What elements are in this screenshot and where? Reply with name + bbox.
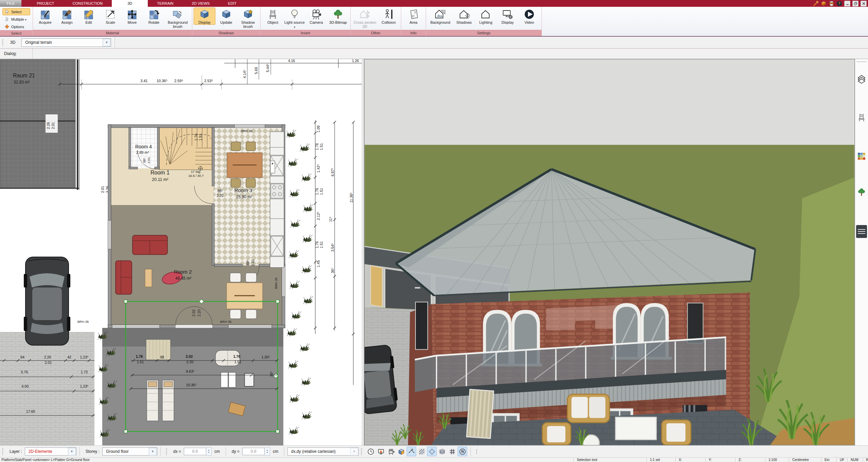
render-3d-view[interactable] (364, 59, 855, 445)
chevron-down-icon[interactable]: ▼ (149, 448, 157, 456)
toolbar-grip[interactable] (2, 39, 3, 46)
scale-button[interactable]: Scale (100, 7, 121, 25)
grid-button[interactable] (447, 447, 457, 456)
storey-select[interactable]: Ground floor ▼ (102, 447, 157, 456)
print-icon[interactable] (829, 1, 834, 6)
ribbon-group-shadows: Display Update Shadow brush Shadows (192, 7, 261, 36)
video-button[interactable]: Video (518, 7, 540, 25)
shadows-settings-button[interactable]: Shadows (453, 7, 475, 25)
toolbar-grip[interactable] (166, 448, 167, 455)
background-settings-button[interactable]: Background (427, 7, 453, 25)
floor-plan-view[interactable]: Raum 21 32.83 m² 2.26 2.01 2.01 2.26 (0, 59, 362, 445)
ribbon-group-material: Acquire Assign Edit Scale Move Rotate Ba… (33, 7, 192, 36)
coordinate-mode-select[interactable]: dx,dy (relative cartesian) ▼ (287, 447, 359, 456)
storeys-button[interactable] (437, 447, 447, 456)
objects-3d-button[interactable] (396, 447, 406, 456)
tab-edit[interactable]: EDIT (219, 0, 246, 7)
stairs[interactable] (159, 128, 212, 170)
north-arrow-button[interactable] (458, 447, 467, 456)
shadow-brush-button[interactable]: Shadow brush (237, 7, 259, 29)
panel-grip[interactable] (856, 61, 867, 62)
status-unit[interactable]: Centimetre (789, 458, 821, 462)
3d-bitmap-button[interactable]: 3D-Bitmap (327, 7, 349, 25)
panel-splitter-handle[interactable] (856, 225, 867, 238)
roof-view-button[interactable] (407, 447, 416, 456)
button-label: Cross section 3D (352, 20, 377, 29)
chevron-down-icon[interactable]: ▼ (68, 448, 76, 456)
chevron-down-icon[interactable]: ▼ (350, 448, 358, 456)
dy-spinner[interactable]: ▲▼ (265, 447, 270, 456)
car-plan[interactable] (24, 257, 70, 345)
tab-project[interactable]: PROJECT (28, 0, 63, 7)
toolbar-grip[interactable] (361, 448, 362, 455)
layer-select[interactable]: 2D-Elemente ▼ (25, 447, 76, 456)
svg-text:5.76: 5.76 (21, 370, 28, 374)
area-button[interactable]: Area (403, 7, 424, 25)
monitor-gear-icon (502, 8, 513, 20)
assign-icon (61, 8, 73, 20)
svg-text:17.60: 17.60 (26, 409, 35, 413)
slab-display-button[interactable] (427, 447, 437, 456)
raum21-terrace[interactable] (0, 59, 79, 190)
svg-text:20.11 m²: 20.11 m² (152, 177, 168, 182)
refresh-view-button[interactable] (376, 447, 386, 456)
status-uf[interactable]: UF (836, 458, 847, 462)
status-scale[interactable]: 1:100 (765, 458, 789, 462)
toolbar-grip[interactable] (2, 448, 3, 455)
background-brush-button[interactable]: Background brush (165, 7, 191, 29)
tools-icon[interactable] (813, 1, 819, 6)
help-icon[interactable] (836, 1, 842, 6)
object-button[interactable]: Object (262, 7, 284, 25)
furniture-catalog-icon[interactable] (857, 113, 866, 122)
collision-button[interactable]: Collision (378, 7, 400, 25)
group-caption: Material (33, 30, 192, 36)
display-settings-button[interactable]: Display (497, 7, 518, 25)
package-icon[interactable] (821, 1, 827, 6)
lighting-settings-button[interactable]: Lighting (475, 7, 497, 25)
close-icon[interactable] (861, 1, 867, 6)
restore-button[interactable] (852, 1, 858, 6)
update-shadows-button[interactable]: Update (215, 7, 237, 25)
rotate-button[interactable]: Rotate (143, 7, 165, 25)
dy-input[interactable] (242, 448, 265, 455)
toolbar-grip[interactable] (476, 449, 477, 454)
svg-text:88⁵: 88⁵ (217, 189, 223, 193)
materials-catalog-icon[interactable] (857, 151, 866, 161)
status-y: Y: (705, 458, 735, 462)
hatching-button[interactable] (417, 447, 426, 456)
display-shadows-button[interactable]: Display (194, 7, 215, 25)
plants-catalog-icon[interactable] (857, 187, 866, 197)
move-button[interactable]: Move (121, 7, 143, 25)
view-splitter[interactable] (362, 59, 364, 445)
tab-2d-views[interactable]: 2D VIEWS (183, 0, 219, 7)
tab-construction[interactable]: CONSTRUCTION (64, 0, 112, 7)
svg-text:2.02: 2.02 (192, 310, 196, 317)
history-clock-button[interactable] (366, 447, 375, 456)
minimize-button[interactable] (844, 1, 850, 6)
tab-terrain[interactable]: TERRAIN (148, 0, 182, 7)
tab-file[interactable]: FILE (0, 0, 21, 7)
dx-input[interactable] (184, 448, 206, 455)
multiple-button[interactable]: Multiple (2, 16, 30, 23)
select-button[interactable]: Select (2, 8, 30, 15)
tab-3d[interactable]: 3D (112, 0, 148, 7)
dx-spinner[interactable]: ▲▼ (206, 447, 212, 456)
driveway-paving (0, 332, 94, 445)
assign-button[interactable]: Assign (56, 7, 78, 25)
svg-text:2.20: 2.20 (187, 360, 194, 364)
cross-section-3d-button[interactable]: Cross section 3D (352, 7, 378, 29)
acquire-button[interactable]: Acquire (34, 7, 56, 25)
chevron-down-icon[interactable]: ▼ (103, 39, 110, 47)
layers-catalog-icon[interactable] (857, 74, 866, 84)
status-ein[interactable]: Ein (821, 458, 836, 462)
kitchen-counter[interactable] (270, 132, 284, 267)
cube-icon (199, 8, 210, 20)
options-button[interactable]: Options (2, 23, 30, 30)
camera-button[interactable]: Camera (305, 7, 327, 25)
status-tool: Selection tool (573, 458, 646, 462)
light-source-button[interactable]: Light source (284, 7, 305, 30)
cursor-icon (4, 9, 10, 14)
camera-view-button[interactable] (386, 447, 396, 456)
edit-button[interactable]: Edit (78, 7, 100, 25)
terrain-select[interactable]: Original terrain ▼ (21, 38, 111, 47)
